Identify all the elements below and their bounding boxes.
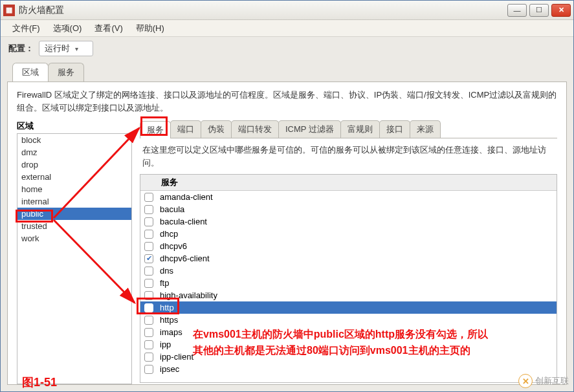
service-label: ftp: [160, 278, 169, 288]
service-row-amanda-client[interactable]: amanda-client: [140, 191, 557, 203]
service-checkbox[interactable]: [144, 254, 153, 263]
service-row-dns[interactable]: dns: [140, 265, 557, 277]
service-row-dhcp[interactable]: dhcp: [140, 228, 557, 240]
menubar: 文件(F) 选项(O) 查看(V) 帮助(H): [1, 20, 573, 37]
service-row-bacula[interactable]: bacula: [140, 203, 557, 215]
watermark-icon: ✕: [518, 374, 533, 388]
sub-tab[interactable]: 伪装: [201, 120, 232, 138]
service-label: bacula: [160, 204, 184, 214]
zone-item-internal[interactable]: internal: [17, 195, 131, 208]
sub-tab[interactable]: 端口: [170, 120, 201, 138]
service-label: dhcpv6: [160, 241, 187, 251]
anno-box-http: [137, 298, 179, 314]
service-label: ipp: [160, 340, 171, 349]
anno-text-line1: 在vms001主机的防火墙中public区域的http服务没有勾选，所以: [193, 327, 488, 342]
menu-file[interactable]: 文件(F): [7, 21, 45, 36]
service-label: bacula-client: [160, 217, 207, 226]
service-checkbox[interactable]: [144, 242, 153, 251]
config-value: 运行时: [45, 43, 70, 54]
minimize-button[interactable]: —: [507, 4, 527, 17]
sub-tab[interactable]: 接口: [379, 120, 410, 138]
config-row: 配置： 运行时: [1, 37, 573, 60]
zone-item-block[interactable]: block: [17, 134, 131, 146]
zone-list[interactable]: blockdmzdropexternalhomeinternalpublictr…: [17, 133, 132, 384]
service-checkbox[interactable]: [144, 353, 153, 362]
maximize-button[interactable]: ☐: [529, 4, 549, 17]
service-checkbox[interactable]: [144, 365, 153, 374]
menu-help[interactable]: 帮助(H): [131, 21, 170, 36]
zone-item-home[interactable]: home: [17, 183, 131, 195]
service-label: ipsec: [160, 364, 179, 374]
anno-box-public: [16, 210, 53, 223]
service-label: https: [160, 315, 178, 325]
zone-list-label: 区域: [17, 120, 132, 132]
service-checkbox[interactable]: [144, 267, 153, 276]
service-label: dhcpv6-client: [160, 254, 210, 263]
services-header: 服务: [140, 175, 557, 191]
config-label: 配置：: [8, 43, 34, 54]
config-select[interactable]: 运行时: [39, 41, 93, 56]
service-row-bacula-client[interactable]: bacula-client: [140, 215, 557, 228]
service-checkbox[interactable]: [144, 340, 153, 349]
service-checkbox[interactable]: [144, 230, 153, 239]
service-row-dhcpv6[interactable]: dhcpv6: [140, 240, 557, 252]
service-checkbox[interactable]: [144, 328, 153, 337]
sub-tab[interactable]: ICMP 过滤器: [278, 120, 341, 138]
zone-column: 区域 blockdmzdropexternalhomeinternalpubli…: [17, 120, 132, 384]
menu-view[interactable]: 查看(V): [89, 21, 127, 36]
sub-tabs: 服务端口伪装端口转发ICMP 过滤器富规则接口来源: [140, 120, 557, 138]
watermark-text: 创新互联: [535, 375, 569, 387]
service-checkbox[interactable]: [144, 193, 153, 202]
service-label: dhcp: [160, 229, 178, 239]
tab-zone[interactable]: 区域: [12, 63, 49, 82]
service-checkbox[interactable]: [144, 205, 153, 214]
sub-tab[interactable]: 富规则: [340, 120, 380, 138]
titlebar: ▦ 防火墙配置 — ☐ ✕: [1, 1, 573, 20]
anno-text-line2: 其他的主机都是无法通过80端口访问到vms001主机的主页的: [193, 343, 470, 358]
zone-description: FirewallD 区域定义了绑定的网络连接、接口以及源地址的可信程度。区域是服…: [17, 89, 557, 114]
zone-item-drop[interactable]: drop: [17, 158, 131, 171]
anno-figure-label: 图1-51: [22, 374, 57, 391]
zone-item-work[interactable]: work: [17, 232, 131, 245]
firewall-icon: ▦: [3, 5, 15, 16]
top-tabs: 区域 服务: [12, 63, 573, 82]
zone-item-external[interactable]: external: [17, 171, 131, 183]
watermark: ✕ 创新互联: [518, 374, 569, 388]
window-title: 防火墙配置: [19, 5, 507, 16]
sub-tab[interactable]: 来源: [410, 120, 441, 138]
service-label: amanda-client: [160, 192, 213, 202]
services-description: 在这里您可以定义区域中哪些服务是可信的。可信的服务可以从被绑定到该区域的任意连接…: [140, 138, 557, 174]
tab-service[interactable]: 服务: [48, 63, 84, 82]
service-label: ipp-client: [160, 352, 193, 362]
service-label: imaps: [160, 327, 182, 337]
anno-box-service-tab: [140, 116, 168, 136]
service-checkbox[interactable]: [144, 217, 153, 226]
service-row-https[interactable]: https: [140, 314, 557, 326]
service-checkbox[interactable]: [144, 279, 153, 288]
service-row-ftp[interactable]: ftp: [140, 277, 557, 289]
zone-item-dmz[interactable]: dmz: [17, 146, 131, 158]
window-buttons: — ☐ ✕: [507, 4, 571, 17]
service-row-http[interactable]: http: [140, 301, 557, 314]
service-row-ipsec[interactable]: ipsec: [140, 363, 557, 375]
close-button[interactable]: ✕: [551, 4, 571, 17]
service-row-dhcpv6-client[interactable]: dhcpv6-client: [140, 252, 557, 265]
sub-tab[interactable]: 端口转发: [231, 120, 279, 138]
service-checkbox[interactable]: [144, 316, 153, 325]
service-label: dns: [160, 266, 173, 276]
menu-options[interactable]: 选项(O): [48, 21, 87, 36]
service-row-high-availability[interactable]: high-availability: [140, 289, 557, 301]
